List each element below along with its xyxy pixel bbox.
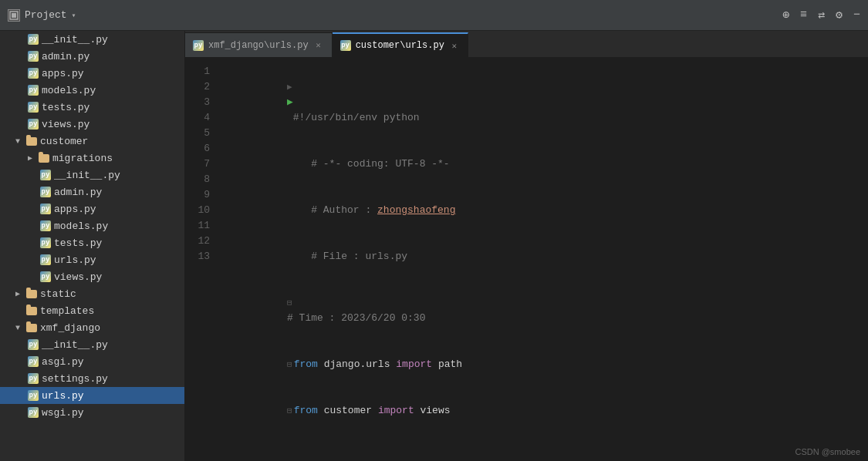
sidebar-item-templates-folder[interactable]: templates	[0, 302, 184, 319]
sidebar-item-wsgi-py[interactable]: py wsgi.py	[0, 404, 184, 421]
py-file-icon: py	[28, 51, 39, 62]
code-editor: 1 2 3 4 5 6 7 8 9 10 11 12 13 ▶ ▶ #!/usr…	[185, 58, 868, 461]
code-line-3: # Author : zhongshaofeng	[224, 187, 868, 234]
project-dropdown-arrow[interactable]: ▾	[72, 11, 76, 20]
sidebar-item-models-py-2[interactable]: py models.py	[0, 217, 184, 234]
sidebar-item-label: tests.py	[42, 102, 90, 113]
fold-icon-6[interactable]: ⊟	[287, 360, 292, 369]
expand-arrow: ▶	[28, 153, 39, 163]
main-layout: py __init__.py py admin.py py apps.py py…	[0, 31, 868, 461]
compare-icon[interactable]: ⇄	[818, 8, 825, 22]
sidebar-item-static-folder[interactable]: ▶ static	[0, 285, 184, 302]
sidebar-item-urls-py-1[interactable]: py urls.py	[0, 251, 184, 268]
sidebar-item-views-py-2[interactable]: py views.py	[0, 268, 184, 285]
sidebar-item-label: models.py	[54, 220, 108, 232]
tab-file-icon: py	[193, 40, 204, 51]
line-numbers: 1 2 3 4 5 6 7 8 9 10 11 12 13	[185, 58, 218, 461]
top-bar: Project ▾ ⊕ ≡ ⇄ ⚙ −	[0, 0, 868, 31]
expand-arrow: ▼	[15, 137, 26, 146]
tab-xmf-urls[interactable]: py xmf_django\urls.py ✕	[185, 32, 333, 57]
project-icon	[8, 9, 20, 22]
py-file-icon: py	[28, 119, 39, 130]
globe-icon[interactable]: ⊕	[782, 8, 789, 22]
folder-icon	[26, 290, 37, 298]
sidebar-item-label: apps.py	[42, 68, 84, 79]
settings-icon[interactable]: ⚙	[836, 8, 843, 22]
sidebar-item-label: customer	[40, 136, 88, 147]
sidebar-item-label: views.py	[42, 119, 90, 130]
expand-arrow: ▶	[15, 289, 26, 298]
sidebar-item-apps-py-1[interactable]: py apps.py	[0, 65, 184, 82]
sidebar-item-label: models.py	[42, 85, 96, 96]
sidebar-item-settings-py[interactable]: py settings.py	[0, 370, 184, 387]
sidebar-item-admin-py-2[interactable]: py admin.py	[0, 183, 184, 200]
py-file-icon: py	[28, 373, 39, 384]
py-file-icon: py	[28, 356, 39, 367]
code-line-1: ▶ ▶ #!/usr/bin/env python	[224, 64, 868, 141]
sidebar-item-label: admin.py	[54, 187, 102, 198]
sidebar-item-views-py-1[interactable]: py views.py	[0, 116, 184, 133]
sidebar-item-label: __init__.py	[42, 34, 108, 45]
sidebar-item-customer-folder[interactable]: ▼ customer	[0, 133, 184, 150]
sidebar-item-label: static	[40, 288, 76, 300]
code-line-8	[224, 434, 868, 449]
py-file-icon: py	[40, 204, 51, 214]
folder-icon	[26, 324, 37, 332]
code-line-7: ⊟from customer import views	[224, 388, 868, 434]
sidebar: py __init__.py py admin.py py apps.py py…	[0, 31, 185, 461]
tab-file-icon: py	[340, 40, 351, 51]
tab-close-button[interactable]: ✕	[313, 40, 324, 51]
sidebar-item-asgi-py[interactable]: py asgi.py	[0, 353, 184, 370]
top-bar-icons: ⊕ ≡ ⇄ ⚙ −	[782, 8, 860, 22]
folder-icon	[26, 307, 37, 315]
tab-label: customer\urls.py	[356, 40, 444, 51]
code-line-5: ⊟ # Time : 2023/6/20 0:30	[224, 280, 868, 342]
sidebar-item-apps-py-2[interactable]: py apps.py	[0, 200, 184, 217]
sidebar-item-label: asgi.py	[42, 356, 84, 368]
tab-bar: py xmf_django\urls.py ✕ py customer\urls…	[185, 31, 868, 58]
sidebar-item-label: admin.py	[42, 51, 90, 62]
sidebar-item-models-py-1[interactable]: py models.py	[0, 82, 184, 99]
sidebar-item-label: __init__.py	[42, 339, 108, 351]
sidebar-item-label: views.py	[54, 271, 102, 283]
py-file-icon: py	[40, 271, 51, 282]
structure-icon[interactable]: ≡	[800, 8, 807, 22]
py-file-icon: py	[28, 34, 39, 45]
py-file-icon: py	[28, 339, 39, 350]
sidebar-item-urls-py-2[interactable]: py urls.py	[0, 387, 184, 404]
code-line-2: # -*- coding: UTF-8 -*-	[224, 141, 868, 187]
sidebar-item-init-py-3[interactable]: py __init__.py	[0, 336, 184, 353]
code-content[interactable]: ▶ ▶ #!/usr/bin/env python # -*- coding: …	[218, 58, 868, 461]
tab-customer-urls[interactable]: py customer\urls.py ✕	[333, 32, 468, 57]
py-file-icon: py	[40, 187, 51, 197]
code-line-4: # File : urls.py	[224, 234, 868, 280]
tab-close-button[interactable]: ✕	[449, 40, 460, 51]
sidebar-item-xmf-django-folder[interactable]: ▼ xmf_django	[0, 319, 184, 336]
py-file-icon: py	[40, 220, 51, 231]
sidebar-item-init-py-1[interactable]: py __init__.py	[0, 31, 184, 48]
sidebar-item-init-py-2[interactable]: py __init__.py	[0, 167, 184, 183]
fold-icon[interactable]: ▶	[287, 82, 292, 92]
svg-rect-1	[12, 13, 16, 18]
py-file-icon: py	[28, 68, 39, 79]
sidebar-item-tests-py-1[interactable]: py tests.py	[0, 99, 184, 116]
sidebar-item-migrations-folder[interactable]: ▶ migrations	[0, 150, 184, 167]
code-line-9	[224, 449, 868, 461]
py-file-icon: py	[40, 254, 51, 265]
fold-icon-7[interactable]: ⊟	[287, 406, 292, 416]
minimize-icon[interactable]: −	[853, 8, 860, 22]
folder-icon	[39, 154, 49, 163]
sidebar-item-label: urls.py	[54, 254, 96, 266]
sidebar-item-tests-py-2[interactable]: py tests.py	[0, 234, 184, 251]
watermark: CSDN @smobee	[795, 447, 860, 456]
tab-label: xmf_django\urls.py	[208, 40, 309, 51]
project-section: Project ▾	[8, 9, 76, 22]
folder-icon	[26, 137, 37, 146]
fold-icon-5[interactable]: ⊟	[287, 298, 292, 308]
sidebar-item-admin-py-1[interactable]: py admin.py	[0, 48, 184, 65]
py-file-icon: py	[28, 407, 39, 418]
sidebar-item-label: tests.py	[54, 237, 102, 249]
project-label: Project	[25, 9, 67, 21]
sidebar-item-label: apps.py	[54, 204, 96, 215]
py-file-icon: py	[28, 102, 39, 113]
